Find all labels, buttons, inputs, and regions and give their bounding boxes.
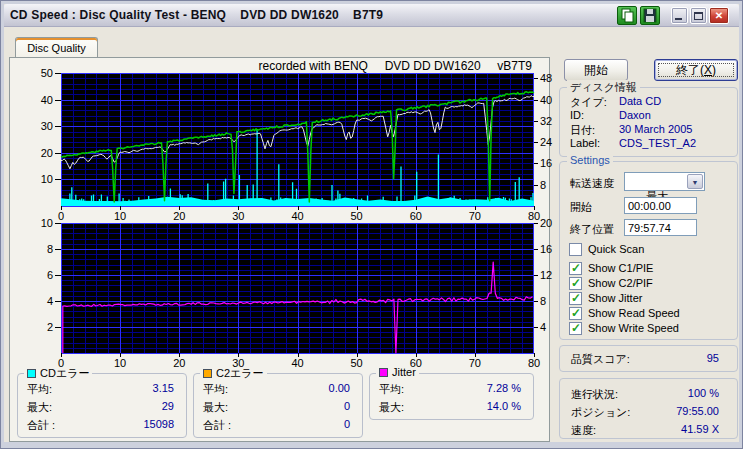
checkbox-box[interactable]: [569, 243, 582, 256]
disc-date-value: 30 March 2005: [619, 123, 692, 135]
checkbox-box[interactable]: [569, 277, 582, 290]
stat-row: 平均:7.28 %: [379, 382, 521, 397]
checkbox-box[interactable]: [569, 262, 582, 275]
minimize-glyph: [675, 18, 682, 20]
axis-tick-label: 40: [284, 210, 312, 222]
axis-tick-label: 32: [540, 115, 566, 127]
disc-info-caption: ディスク情報: [567, 80, 640, 95]
checkbox-show-read-speed[interactable]: Show Read Speed: [569, 307, 729, 321]
axis-tick-label: 10: [106, 210, 134, 222]
axis-tick-label: 0: [47, 357, 75, 369]
axis-tick-label: 50: [343, 210, 371, 222]
minimize-button[interactable]: [671, 7, 688, 24]
cd-error-swatch: [27, 369, 36, 378]
axis-tick-label: 10: [106, 357, 134, 369]
titlebar[interactable]: CD Speed : Disc Quality Test - BENQ DVD …: [4, 4, 739, 27]
end-position-label: 終了位置: [570, 222, 614, 237]
axis-tick-label: 8: [540, 179, 566, 191]
end-position-input[interactable]: 79:57.74: [624, 219, 697, 236]
checkbox-show-jitter[interactable]: Show Jitter: [569, 292, 729, 306]
stat-row: 合計 :0: [203, 418, 350, 433]
axis-tick-label: 10: [21, 217, 53, 229]
axis-tick-label: 20: [540, 217, 566, 229]
close-glyph: ✕: [715, 10, 723, 21]
tab-label: Disc Quality: [27, 42, 86, 54]
disc-info-group: ディスク情報 タイプ:Data CD ID:Daxon 日付:30 March …: [559, 87, 738, 157]
close-button[interactable]: ✕: [709, 7, 729, 24]
axis-tick-label: 60: [402, 210, 430, 222]
jitter-swatch: [379, 368, 388, 377]
transfer-speed-combobox[interactable]: 最大 ▼: [624, 172, 705, 191]
axis-tick-label: 16: [540, 157, 566, 169]
axis-tick-label: 50: [21, 67, 53, 79]
stat-row: 最大:0: [203, 400, 350, 415]
start-position-input[interactable]: 00:00.00: [624, 197, 697, 214]
axis-tick-label: 30: [21, 120, 53, 132]
progress-row: 進行状況:100 %: [571, 387, 719, 402]
checkbox-show-c2-pif[interactable]: Show C2/PIF: [569, 277, 729, 291]
copy-icon[interactable]: [617, 6, 637, 25]
start-position-label: 開始: [570, 200, 592, 215]
axis-tick-label: 70: [461, 210, 489, 222]
checkbox-show-c1-pie[interactable]: Show C1/PIE: [569, 262, 729, 276]
axis-tick-label: 40: [21, 94, 53, 106]
axis-tick-label: 70: [461, 357, 489, 369]
copy-icon-glyph: [618, 7, 636, 24]
start-button[interactable]: 開始: [564, 59, 628, 81]
checkbox-box[interactable]: [569, 292, 582, 305]
axis-tick-label: 40: [540, 94, 566, 106]
cd-error-stats-box: CDエラー 平均:3.15 最大:29 合計 :15098: [17, 373, 187, 438]
stat-row: 平均:0.00: [203, 382, 350, 397]
chart-svg: [61, 73, 534, 206]
axis-tick-label: 30: [224, 357, 252, 369]
stat-row: 平均:3.15: [27, 382, 174, 397]
chart-recorded-with-label: recorded with BENQ DVD DD DW1620 vB7T9: [259, 59, 532, 73]
quality-score-value: 95: [707, 352, 719, 364]
focus-rect: [658, 63, 734, 77]
window-title: CD Speed : Disc Quality Test - BENQ DVD …: [10, 8, 383, 22]
speed-value: 41.59 X: [681, 423, 719, 435]
position-value: 79:55.00: [676, 405, 719, 417]
maximize-button[interactable]: [690, 7, 707, 24]
save-icon[interactable]: [640, 6, 660, 25]
axis-tick-label: 16: [540, 243, 566, 255]
checkbox-show-write-speed[interactable]: Show Write Speed: [569, 322, 729, 336]
progress-value: 100 %: [688, 387, 719, 399]
c2-error-swatch: [203, 369, 212, 378]
position-row: ポジション:79:55.00: [571, 405, 719, 420]
settings-group: Settings 転送速度 最大 ▼ 開始 00:00.00 終了位置 79:5…: [559, 161, 738, 340]
stat-row: 合計 :15098: [27, 418, 174, 433]
axis-tick-label: 20: [165, 357, 193, 369]
axis-tick-label: 6: [21, 269, 53, 281]
jitter-stats-box: Jitter 平均:7.28 % 最大:14.0 %: [369, 373, 534, 420]
axis-tick-label: 2: [21, 321, 53, 333]
axis-tick-label: 4: [540, 321, 566, 333]
transfer-speed-label: 転送速度: [570, 176, 614, 191]
progress-group: 進行状況:100 % ポジション:79:55.00 速度:41.59 X: [559, 378, 738, 439]
stat-row: 最大:14.0 %: [379, 400, 521, 415]
checkbox-quick-scan[interactable]: Quick Scan: [569, 243, 729, 257]
settings-caption: Settings: [567, 154, 613, 166]
axis-tick-label: 40: [284, 357, 312, 369]
exit-button[interactable]: 終了(X): [654, 59, 738, 81]
axis-tick-label: 12: [540, 269, 566, 281]
axis-tick-label: 8: [540, 295, 566, 307]
stat-row: 最大:29: [27, 400, 174, 415]
speed-row: 速度:41.59 X: [571, 423, 719, 438]
disc-label-value: CDS_TEST_A2: [619, 137, 696, 149]
maximize-glyph: [694, 12, 703, 20]
checkbox-box[interactable]: [569, 322, 582, 335]
chevron-down-icon[interactable]: ▼: [687, 174, 703, 189]
tab-disc-quality[interactable]: Disc Quality: [15, 37, 98, 58]
quality-score-group: 品質スコア: 95: [559, 345, 738, 372]
save-icon-glyph: [641, 7, 659, 24]
checkbox-box[interactable]: [569, 307, 582, 320]
quality-score-label: 品質スコア:: [571, 353, 630, 365]
jitter-chart-bottom: [61, 223, 534, 353]
app-window: CD Speed : Disc Quality Test - BENQ DVD …: [0, 0, 743, 449]
disc-type-value: Data CD: [619, 95, 661, 107]
axis-tick-label: 48: [540, 72, 566, 84]
quality-score-row: 品質スコア: 95: [571, 352, 719, 367]
axis-tick-label: 30: [224, 210, 252, 222]
axis-tick-label: 4: [21, 295, 53, 307]
